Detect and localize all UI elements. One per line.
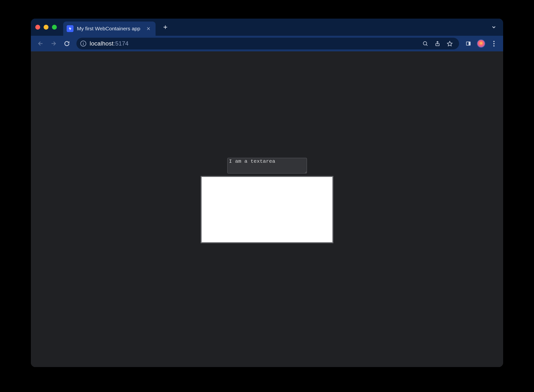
browser-window: My first WebContainers app i loc: [31, 19, 503, 367]
maximize-window-button[interactable]: [52, 25, 57, 30]
address-bar[interactable]: i localhost:5174: [76, 38, 459, 49]
profile-avatar[interactable]: [476, 38, 486, 49]
forward-button[interactable]: [48, 38, 59, 49]
bookmark-star-icon[interactable]: [444, 38, 455, 49]
close-tab-button[interactable]: [145, 25, 152, 32]
site-info-icon[interactable]: i: [80, 41, 86, 46]
tab-title: My first WebContainers app: [77, 26, 140, 32]
share-icon[interactable]: [432, 38, 443, 49]
url-text: localhost:5174: [90, 40, 129, 47]
minimize-window-button[interactable]: [44, 25, 49, 30]
tabs-dropdown-button[interactable]: [489, 22, 499, 32]
browser-toolbar: i localhost:5174: [31, 36, 503, 51]
url-host: localhost: [90, 40, 113, 47]
demo-iframe[interactable]: [201, 176, 333, 243]
url-port: :5174: [113, 40, 129, 47]
zoom-icon[interactable]: [420, 38, 431, 49]
svg-point-6: [423, 42, 427, 45]
svg-rect-11: [467, 42, 469, 45]
svg-line-7: [426, 45, 428, 46]
new-tab-button[interactable]: [160, 22, 170, 32]
svg-marker-9: [447, 41, 452, 46]
back-button[interactable]: [35, 38, 46, 49]
tab-strip: My first WebContainers app: [31, 19, 503, 36]
bolt-icon: [67, 25, 73, 32]
window-controls: [35, 25, 57, 30]
close-window-button[interactable]: [35, 25, 40, 30]
demo-textarea[interactable]: [227, 158, 307, 173]
browser-menu-button[interactable]: [488, 38, 499, 49]
page-viewport: [31, 51, 503, 367]
browser-tab[interactable]: My first WebContainers app: [63, 22, 156, 36]
side-panel-icon[interactable]: [463, 38, 474, 49]
reload-button[interactable]: [61, 38, 73, 49]
